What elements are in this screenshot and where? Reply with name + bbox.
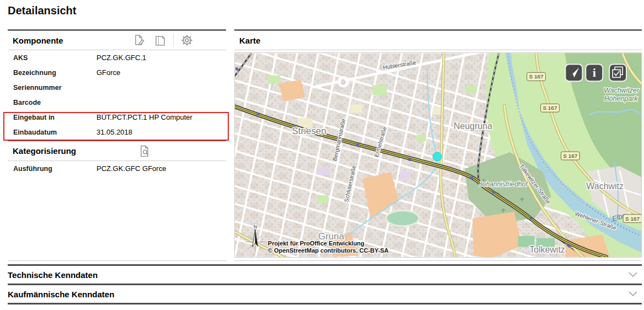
map-label-hoehenpark-1: Wachwitzer bbox=[604, 87, 640, 94]
svg-text:S 167: S 167 bbox=[543, 105, 557, 111]
page-title: Detailansicht bbox=[8, 4, 76, 17]
map-label-hoehenpark-2: Höhenpark bbox=[604, 95, 638, 103]
map-attribution-line1: Projekt für ProOffice Entwicklung bbox=[268, 240, 364, 247]
road-badge-s167-1: S 167 bbox=[527, 72, 546, 81]
komponente-toolbar bbox=[132, 33, 194, 47]
map-controls: i bbox=[565, 64, 626, 81]
road-badge-s167-4: S 167 bbox=[623, 215, 641, 223]
karte-panel: Karte bbox=[234, 29, 642, 261]
chevron-down-icon[interactable] bbox=[629, 270, 637, 280]
karte-title: Karte bbox=[234, 36, 260, 45]
field-row-einbaudatum: Einbaudatum 31.05.2018 bbox=[8, 125, 226, 140]
toolbar-separator bbox=[173, 34, 174, 47]
field-row-aks: AKS PCZ.GK.GFC.1 bbox=[8, 50, 226, 65]
svg-text:S 167: S 167 bbox=[563, 153, 578, 159]
info-icon: i bbox=[593, 66, 596, 79]
map-label-striesen: Striesen bbox=[292, 126, 326, 136]
openstreetmap-map: Striesen Neugruna Gruna Tolkewitz Wachwi… bbox=[235, 53, 641, 257]
svg-text:S 167: S 167 bbox=[529, 73, 544, 79]
map-label-tolkewitz: Tolkewitz bbox=[529, 245, 565, 254]
compass-north-label: N bbox=[254, 224, 257, 229]
edit-icon[interactable] bbox=[132, 33, 147, 47]
accordion-bottom-border bbox=[8, 303, 642, 304]
field-row-barcode: Barcode bbox=[8, 95, 226, 110]
accordion-technische-kenndaten[interactable]: Technische Kenndaten bbox=[8, 264, 642, 284]
settings-gear-icon[interactable] bbox=[180, 33, 194, 47]
accordion-kaufmaennische-kenndaten[interactable]: Kaufmännische Kenndaten bbox=[8, 284, 642, 303]
accordion: Technische Kenndaten Kaufmännische Kennd… bbox=[8, 264, 642, 304]
svg-text:S 167: S 167 bbox=[625, 216, 640, 222]
info-button[interactable]: i bbox=[586, 64, 603, 81]
document-search-icon[interactable] bbox=[138, 144, 152, 158]
road-badge-s167-3: S 167 bbox=[561, 152, 579, 160]
field-row-ausfuehrung: Ausführung PCZ.GK.GFC GForce bbox=[8, 161, 226, 176]
map-label-wachwitz: Wachwitz bbox=[586, 181, 624, 191]
komponente-title: Komponente bbox=[8, 36, 63, 45]
map-canvas[interactable]: Striesen Neugruna Gruna Tolkewitz Wachwi… bbox=[234, 52, 642, 258]
road-badge-s167-2: S 167 bbox=[540, 104, 559, 112]
layers-button[interactable] bbox=[609, 64, 626, 81]
field-row-eingebaut-in: Eingebaut in BÜT.PCT.PCT.1 HP Computer bbox=[8, 110, 226, 125]
field-row-bezeichnung: Bezeichnung GForce bbox=[8, 65, 226, 80]
map-label-neugruna: Neugruna bbox=[454, 121, 492, 131]
field-row-seriennummer: Seriennummer bbox=[8, 80, 226, 95]
map-location-marker[interactable] bbox=[433, 152, 442, 161]
komponente-panel: Komponente bbox=[8, 29, 226, 261]
map-label-johannisfriedhof: Johannisfriedhof bbox=[479, 180, 528, 188]
kategorisierung-title: Kategorisierung bbox=[8, 146, 76, 156]
detail-view-page: Detailansicht Komponente bbox=[0, 0, 644, 310]
locate-button[interactable] bbox=[565, 64, 582, 81]
chevron-down-icon[interactable] bbox=[629, 289, 637, 299]
map-attribution-line2: © OpenStreetMap contributors, CC-BY-SA bbox=[268, 247, 389, 254]
copy-icon[interactable] bbox=[153, 33, 167, 47]
